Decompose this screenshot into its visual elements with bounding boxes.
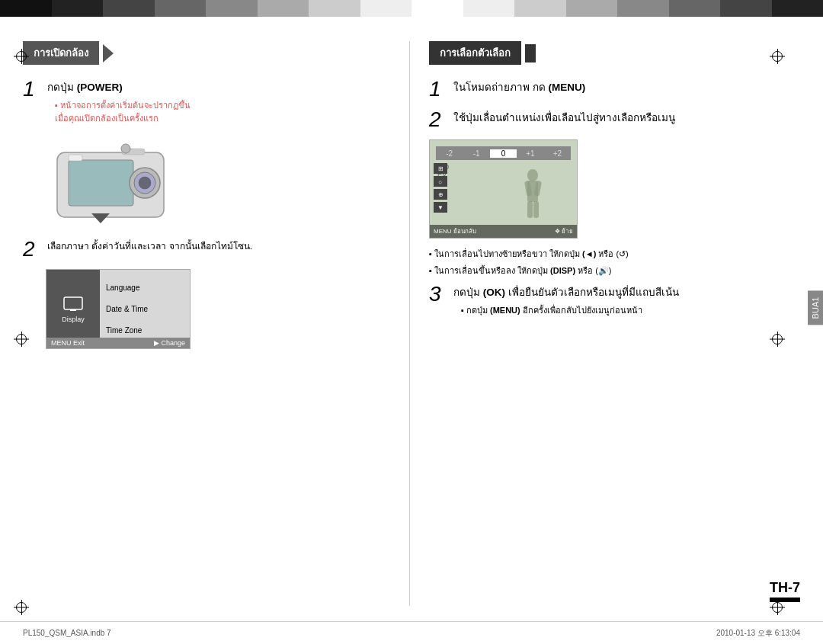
left-section-title: การเปิดกล้อง — [23, 41, 99, 65]
reg-mark-tr — [770, 49, 785, 64]
camera-menu-icons: ⊞ ☼ ⊕ ▼ — [434, 163, 447, 213]
menu-right-panel: Language Date & Time Time Zone — [100, 270, 190, 348]
svg-rect-5 — [69, 155, 82, 161]
page: การเปิดกล้อง 1 กดปุ่ม (POWER) ▪ หน้าจอกา… — [0, 34, 823, 644]
right-step-2-number: 2 — [429, 109, 446, 130]
svg-marker-7 — [91, 213, 110, 223]
menu-item-timezone: Time Zone — [106, 326, 184, 335]
svg-rect-10 — [70, 309, 76, 311]
display-label: Display — [62, 316, 85, 323]
reg-mark-ml — [14, 332, 29, 347]
page-number: TH-7 — [770, 580, 800, 596]
svg-point-8 — [121, 144, 130, 153]
color-bar-bottom — [0, 17, 823, 34]
left-column: การเปิดกล้อง 1 กดปุ่ม (POWER) ▪ หน้าจอกา… — [23, 41, 410, 606]
right-column: การเลือกตัวเลือก 1 ในโหมดถ่ายภาพ กด (MEN… — [410, 41, 800, 606]
svg-rect-1 — [69, 160, 133, 206]
menu-keyword: (MENU) — [490, 306, 520, 315]
reg-mark-tl — [14, 49, 29, 64]
right-step-1-keyword: (MENU) — [549, 82, 586, 93]
right-step-2: 2 ใช้ปุ่มเลื่อนตำแหน่งเพื่อเลือนไปสู่ทาง… — [429, 109, 800, 130]
right-step-3-title: กดปุ่ม (OK) เพื่อยืนยันตัวเลือกหรือเมนูท… — [453, 284, 800, 300]
left-step-1-number: 1 — [23, 78, 40, 100]
camera-screen-footer: MENU ย้อนกลับ ❖ ย้าย — [430, 225, 577, 238]
camera-icon-3: ⊕ — [434, 189, 447, 200]
reg-mark-br — [770, 600, 785, 615]
right-step-3: 3 กดปุ่ม (OK) เพื่อยืนยันตัวเลือกหรือเมน… — [429, 284, 800, 317]
camera-icon-4: ▼ — [434, 202, 447, 213]
menu-item-datetime: Date & Time — [106, 305, 184, 313]
svg-rect-15 — [527, 201, 533, 218]
right-section-title: การเลือกตัวเลือก — [429, 41, 521, 65]
menu-footer-right: ▶ Change — [154, 339, 185, 347]
screen-footer-left: MENU ย้อนกลับ — [434, 226, 476, 236]
footer-left: PL150_QSM_ASIA.indb 7 — [23, 629, 111, 637]
ev-tick-pos2: +2 — [544, 149, 571, 158]
right-step-2-content: ใช้ปุ่มเลื่อนตำแหน่งเพื่อเลือนไปสู่ทางเล… — [453, 109, 800, 130]
right-step-3-sub: ▪ กดปุ่ม (MENU) อีกครั้งเพื่อกลับไปยังเม… — [461, 304, 800, 317]
reg-mark-mr — [770, 332, 785, 347]
left-step-2-title: เลือกภาษา ตั้งค่าวันที่และเวลา จากนั้นเล… — [47, 239, 394, 253]
page-footer: PL150_QSM_ASIA.indb 7 2010-01-13 오후 6:13… — [0, 621, 823, 644]
side-tab: BUA1 — [808, 291, 823, 325]
menu-screen: Display Language Date & Time Time Zone M… — [46, 269, 191, 349]
ev-tick-neg2: -2 — [436, 149, 463, 158]
page-number-bar — [770, 598, 800, 602]
right-section-stop — [525, 44, 536, 62]
left-step-2-number: 2 — [23, 239, 40, 260]
color-bar-top — [0, 0, 823, 17]
right-step-1: 1 ในโหมดถ่ายภาพ กด (MENU) — [429, 78, 800, 100]
left-section-arrow — [103, 44, 114, 62]
svg-rect-9 — [64, 297, 82, 309]
camera-illustration — [46, 133, 175, 225]
right-step-1-content: ในโหมดถ่ายภาพ กด (MENU) — [453, 78, 800, 99]
menu-footer: MENU Exit ▶ Change — [46, 338, 190, 348]
right-step-1-number: 1 — [429, 78, 446, 100]
person-silhouette — [520, 169, 546, 223]
menu-item-language: Language — [106, 284, 184, 292]
left-step-2-content: เลือกภาษา ตั้งค่าวันที่และเวลา จากนั้นเล… — [47, 239, 394, 257]
screen-footer-right: ❖ ย้าย — [555, 226, 573, 236]
ev-bar: -2 -1 0 +1 +2 — [436, 146, 571, 160]
content-area: การเปิดกล้อง 1 กดปุ่ม (POWER) ▪ หน้าจอกา… — [0, 34, 823, 614]
left-section-header: การเปิดกล้อง — [23, 41, 394, 65]
left-step-1-content: กดปุ่ม (POWER) ▪ หน้าจอการตั้งค่าเริ่มต้… — [47, 78, 394, 124]
left-step-1-sub2: เมื่อคุณเปิดกล้องเป็นครั้งแรก — [55, 112, 394, 125]
svg-rect-16 — [533, 201, 539, 218]
left-step-1-sub1: ▪ หน้าจอการตั้งค่าเริ่มต้นจะปรากฏขึ้น — [55, 99, 394, 112]
bullet-list: ▪ ในการเลื่อนไปทางซ้ายหรือขวา ให้กดปุ่ม … — [429, 248, 800, 277]
camera-screen: -2 -1 0 +1 +2 150 EV ⊞ ☼ ⊕ ▼ — [429, 139, 578, 239]
right-step-1-title: ในโหมดถ่ายภาพ กด (MENU) — [453, 78, 800, 95]
right-step-3-number: 3 — [429, 284, 446, 305]
ev-tick-pos1: +1 — [517, 149, 543, 158]
footer-right: 2010-01-13 오후 6:13:04 — [716, 628, 800, 639]
ok-keyword: (OK) — [483, 287, 505, 298]
right-step-3-content: กดปุ่ม (OK) เพื่อยืนยันตัวเลือกหรือเมนูท… — [453, 284, 800, 317]
left-step-2: 2 เลือกภาษา ตั้งค่าวันที่และเวลา จากนั้น… — [23, 239, 394, 260]
right-step-2-title: ใช้ปุ่มเลื่อนตำแหน่งเพื่อเลือนไปสู่ทางเล… — [453, 109, 800, 126]
page-number-block: TH-7 — [770, 580, 800, 602]
display-icon: Display — [62, 296, 85, 323]
camera-icon-2: ☼ — [434, 176, 447, 187]
menu-left-panel: Display — [46, 270, 100, 348]
left-step-1: 1 กดปุ่ม (POWER) ▪ หน้าจอการตั้งค่าเริ่ม… — [23, 78, 394, 124]
ev-tick-neg1: -1 — [463, 149, 489, 158]
left-step-1-title: กดปุ่ม (POWER) — [47, 78, 394, 95]
bullet-item-1: ▪ ในการเลื่อนไปทางซ้ายหรือขวา ให้กดปุ่ม … — [429, 248, 800, 261]
right-section-header: การเลือกตัวเลือก — [429, 41, 800, 65]
menu-footer-left: MENU Exit — [51, 339, 85, 347]
svg-point-4 — [139, 177, 151, 189]
reg-mark-bl — [14, 600, 29, 615]
camera-icon-1: ⊞ — [434, 163, 447, 174]
left-step-1-keyword: (POWER) — [77, 82, 123, 93]
ev-tick-zero: 0 — [490, 149, 517, 158]
svg-point-11 — [527, 169, 538, 181]
bullet-item-2: ▪ ในการเลื่อนขึ้นหรือลง ให้กดปุ่ม (DISP)… — [429, 264, 800, 278]
